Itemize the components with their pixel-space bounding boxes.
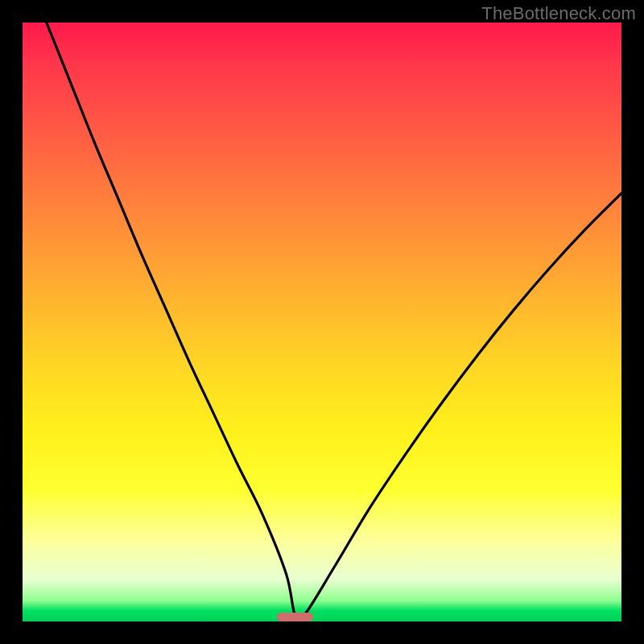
watermark-text: TheBottleneck.com [481, 3, 636, 24]
bottleneck-curve [23, 23, 621, 621]
chart-frame: TheBottleneck.com [0, 0, 644, 644]
plot-area [23, 23, 621, 621]
optimal-range-marker [277, 613, 313, 621]
